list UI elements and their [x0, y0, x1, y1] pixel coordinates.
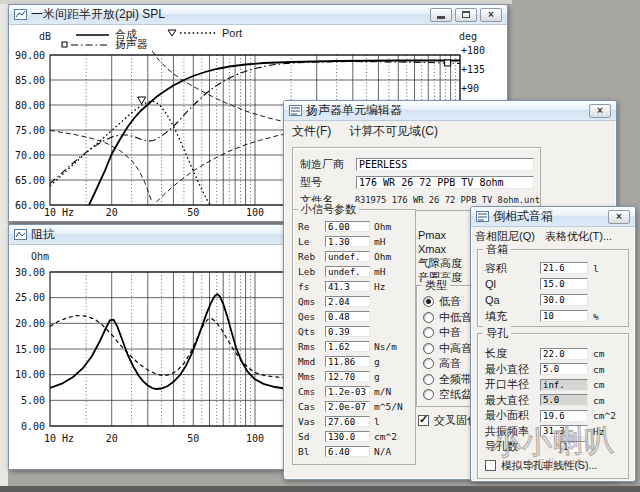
param-row: Reb Ohm [293, 249, 415, 264]
param-input[interactable] [325, 266, 370, 277]
param-input[interactable] [325, 356, 370, 367]
port-group: 导孔 长度 cm 最小直径 cm 开口半径 cm [477, 333, 629, 479]
param-input[interactable] [325, 386, 370, 397]
param-unit: Ohm [374, 221, 391, 232]
radio-icon[interactable] [423, 374, 434, 385]
radio-icon[interactable] [423, 296, 434, 307]
port-param-input[interactable] [540, 363, 588, 375]
enclosure-window-icon [476, 211, 489, 222]
box-param-input[interactable] [540, 294, 588, 306]
filename-value: 831975 176 WR 26 72 PPB TV 8ohm.unt [355, 195, 540, 205]
box-param-input[interactable] [540, 262, 588, 274]
svg-text:60.00: 60.00 [15, 200, 45, 211]
box-param-unit: % [593, 311, 599, 322]
port-param-input[interactable] [540, 379, 588, 391]
param-input[interactable] [325, 311, 370, 322]
radio-icon[interactable] [423, 358, 434, 369]
port-param-unit: cm [593, 348, 604, 359]
radio-icon[interactable] [423, 389, 434, 400]
radio-icon[interactable] [423, 327, 434, 338]
param-input[interactable] [325, 281, 370, 292]
port-param-input[interactable] [540, 410, 588, 422]
port-param-input[interactable] [540, 394, 588, 406]
param-name: Mms [298, 371, 325, 382]
param-row: Rms Ns/m [293, 339, 415, 354]
editor-menubar: 文件(F)计算不可见域(C) [284, 121, 616, 141]
cross-checkbox-row[interactable]: 交叉固化 [418, 413, 478, 428]
maximize-button[interactable] [455, 8, 477, 22]
param-name: Qms [298, 296, 325, 307]
model-label: 型号 [300, 175, 356, 190]
close-icon: × [488, 9, 494, 20]
svg-text:+90: +90 [461, 83, 479, 94]
svg-text:+135: +135 [461, 64, 485, 75]
manufacturer-label: 制造厂商 [300, 157, 356, 172]
large-signal-label: Xmax [418, 243, 462, 257]
param-input[interactable] [325, 251, 370, 262]
param-input[interactable] [325, 236, 370, 247]
port-param-input[interactable] [540, 425, 588, 437]
box-param-input[interactable] [540, 310, 588, 322]
close-icon: × [616, 211, 622, 222]
close-button[interactable]: × [589, 104, 611, 118]
param-input[interactable] [325, 371, 370, 382]
svg-text:100: 100 [246, 433, 264, 444]
box-group-label: 音箱 [483, 242, 511, 257]
param-row: Cas m^5/N [293, 399, 415, 414]
menu-item[interactable]: 文件(F) [292, 123, 331, 140]
maximize-icon [462, 11, 470, 18]
box-param-input[interactable] [540, 278, 588, 290]
svg-text:5.00: 5.00 [21, 395, 45, 406]
param-input[interactable] [325, 296, 370, 307]
param-input[interactable] [325, 416, 370, 427]
checkbox-icon[interactable] [485, 460, 496, 471]
type-option-label: 高音 [439, 356, 461, 371]
param-name: Qts [298, 326, 325, 337]
port-param-row: 长度 cm [478, 346, 628, 362]
radio-icon[interactable] [423, 312, 434, 323]
param-input[interactable] [325, 401, 370, 412]
param-name: Bl [298, 446, 325, 457]
param-unit: cm^2 [374, 431, 397, 442]
param-row: Sd cm^2 [293, 429, 415, 444]
nonlinear-checkbox-label: 模拟导孔非线性(S)... [501, 459, 597, 473]
box-param-label: 填充 [485, 309, 540, 324]
editor-titlebar[interactable]: 扬声器单元编辑器 × [284, 101, 616, 121]
model-input[interactable] [356, 176, 534, 189]
param-unit: g [374, 356, 380, 367]
svg-text:+180: +180 [461, 45, 485, 56]
menu-item[interactable]: 表格优化(T)... [545, 229, 612, 244]
param-input[interactable] [325, 431, 370, 442]
port-param-input[interactable] [540, 348, 588, 360]
port-param-input[interactable] [560, 441, 586, 453]
port-group-label: 导孔 [483, 326, 511, 341]
param-input[interactable] [325, 326, 370, 337]
radio-icon[interactable] [423, 343, 434, 354]
checkbox-icon[interactable] [418, 415, 429, 426]
param-name: Cms [298, 386, 325, 397]
spl-titlebar[interactable]: 一米间距半开放(2pi) SPL × [9, 5, 507, 25]
nonlinear-checkbox-row[interactable]: 模拟导孔非线性(S)... [485, 459, 628, 473]
param-input[interactable] [325, 221, 370, 232]
param-name: Rms [298, 341, 325, 352]
param-name: Qes [298, 311, 325, 322]
param-row: Re Ohm [293, 219, 415, 234]
close-button[interactable]: × [480, 8, 502, 22]
param-row: Qms [293, 294, 415, 309]
manufacturer-input[interactable] [356, 158, 534, 171]
manufacturer-row: 制造厂商 [293, 155, 540, 173]
svg-text:25.00: 25.00 [15, 292, 45, 303]
param-input[interactable] [325, 446, 370, 457]
close-button[interactable]: × [608, 210, 630, 224]
param-row: Vas l [293, 414, 415, 429]
box-param-row: 填充 % [478, 308, 628, 324]
port-param-label: 长度 [485, 346, 540, 361]
param-row: Qts [293, 324, 415, 339]
close-icon: × [597, 105, 603, 116]
param-input[interactable] [325, 341, 370, 352]
param-name: Re [298, 221, 325, 232]
menu-item[interactable]: 计算不可见域(C) [349, 123, 438, 140]
minimize-button[interactable] [430, 8, 452, 22]
enclosure-titlebar[interactable]: 倒相式音箱 × [471, 207, 635, 227]
param-name: Reb [298, 251, 325, 262]
